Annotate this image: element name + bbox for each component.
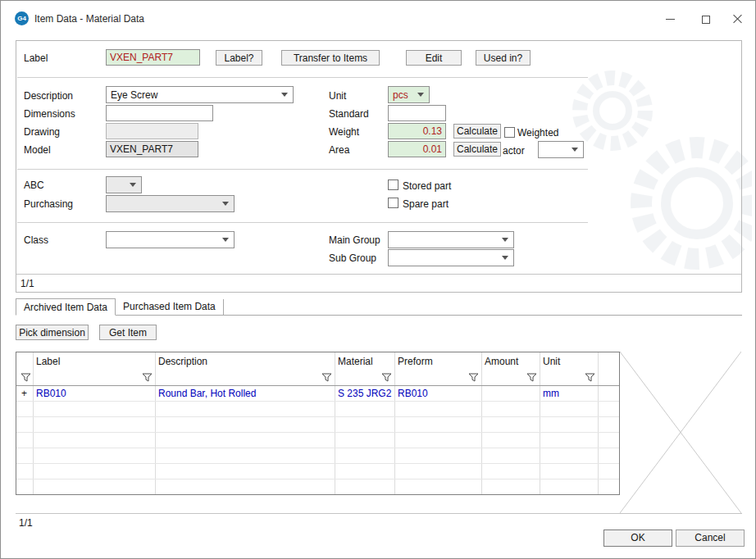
filter-button[interactable]: [20, 372, 31, 384]
class-combobox[interactable]: [106, 231, 235, 248]
upper-pager: 1/1: [20, 278, 34, 289]
titlebar[interactable]: G4 Item Data - Material Data: [1, 1, 755, 35]
label-label: Label: [24, 52, 48, 64]
stored-part-label: Stored part: [403, 180, 451, 192]
lower-pager: 1/1: [19, 517, 33, 529]
column-header-unit[interactable]: Unit: [543, 356, 560, 367]
purchasing-combobox[interactable]: [106, 195, 235, 212]
abc-combobox[interactable]: [106, 176, 142, 193]
filter-icon: [526, 372, 537, 383]
factor-label: actor: [503, 145, 525, 157]
grid-row-line: [16, 479, 619, 479]
grid-row[interactable]: + RB010 Round Bar, Hot Rolled S 235 JRG2…: [16, 386, 619, 401]
column-header-amount[interactable]: Amount: [485, 356, 518, 367]
cancel-button[interactable]: Cancel: [676, 529, 745, 547]
weight-input[interactable]: [388, 123, 446, 139]
filter-icon: [468, 372, 479, 383]
minimize-button[interactable]: [657, 11, 683, 27]
divider: [17, 222, 588, 223]
filter-icon: [321, 372, 332, 383]
close-button[interactable]: [724, 11, 750, 27]
tab-purchased-item-data[interactable]: Purchased Item Data: [116, 299, 224, 315]
description-combobox[interactable]: Eye Screw: [106, 86, 294, 103]
filter-button[interactable]: [526, 372, 537, 384]
spare-part-label: Spare part: [403, 198, 449, 210]
chevron-down-icon: [281, 93, 288, 97]
transfer-to-items-button[interactable]: Transfer to Items: [281, 50, 380, 66]
items-grid[interactable]: Label Description Material Preform Amoun…: [16, 352, 620, 495]
item-data-window: G4 Item Data - Material Data Label Label…: [0, 0, 756, 559]
close-icon: [732, 13, 742, 25]
grid-row-line: [16, 463, 619, 464]
calculate-area-button[interactable]: Calculate: [453, 142, 501, 157]
stored-part-checkbox[interactable]: [388, 180, 398, 190]
label-input[interactable]: [106, 49, 200, 66]
used-in-button[interactable]: Used in?: [476, 50, 531, 66]
factor-combobox[interactable]: [538, 141, 584, 158]
standard-label: Standard: [329, 108, 369, 120]
abc-label: ABC: [24, 180, 44, 191]
chevron-down-icon: [222, 202, 229, 206]
divider: [16, 513, 742, 514]
filter-button[interactable]: [584, 372, 595, 384]
dimensions-input[interactable]: [106, 105, 213, 121]
cell-unit: mm: [543, 388, 559, 399]
minimize-icon: [666, 19, 675, 20]
main-group-label: Main Group: [329, 234, 380, 246]
divider: [17, 169, 588, 170]
calculate-weight-button[interactable]: Calculate: [453, 124, 501, 139]
chevron-down-icon: [502, 238, 508, 242]
filter-icon: [585, 372, 595, 383]
grid-row-line: [16, 448, 619, 448]
grid-vline: [155, 352, 156, 494]
drawing-input[interactable]: [106, 123, 198, 139]
chevron-down-icon: [417, 93, 424, 97]
maximize-button[interactable]: [693, 11, 719, 27]
sub-group-label: Sub Group: [329, 252, 376, 264]
tab-strip: Archived Item Data Purchased Item Data: [16, 298, 742, 316]
item-data-groupbox: [16, 40, 742, 293]
column-header-preform[interactable]: Preform: [398, 356, 433, 367]
maximize-icon: [702, 16, 710, 24]
sub-group-combobox[interactable]: [388, 249, 514, 266]
edit-button[interactable]: Edit: [406, 50, 462, 66]
grid-vline: [540, 352, 540, 494]
column-header-description[interactable]: Description: [158, 356, 207, 367]
main-group-combobox[interactable]: [388, 231, 514, 248]
cell-description: Round Bar, Hot Rolled: [158, 388, 256, 399]
grid-row-line: [16, 432, 619, 433]
cell-material: S 235 JRG2: [338, 388, 391, 399]
cell-label: RB010: [36, 388, 66, 399]
ok-button[interactable]: OK: [603, 529, 672, 547]
class-label: Class: [24, 234, 48, 246]
weighted-checkbox-label: Weighted: [517, 127, 558, 139]
drawing-label: Drawing: [24, 126, 60, 138]
chevron-down-icon: [502, 256, 508, 260]
purchasing-label: Purchasing: [24, 198, 73, 210]
filter-button[interactable]: [321, 372, 332, 384]
spare-part-checkbox[interactable]: [388, 198, 398, 208]
chevron-down-icon: [130, 183, 136, 187]
column-header-label[interactable]: Label: [36, 356, 60, 367]
unit-value: pcs: [393, 89, 414, 101]
empty-pane: [620, 352, 741, 513]
tab-archived-item-data[interactable]: Archived Item Data: [16, 298, 116, 316]
model-input[interactable]: [106, 141, 198, 157]
standard-input[interactable]: [388, 105, 446, 121]
column-header-material[interactable]: Material: [338, 356, 373, 367]
filter-button[interactable]: [141, 372, 153, 384]
weight-label: Weight: [329, 126, 359, 138]
filter-icon: [142, 372, 153, 383]
get-item-button[interactable]: Get Item: [99, 325, 157, 340]
model-label: Model: [24, 144, 51, 156]
label-question-button[interactable]: Label?: [216, 50, 262, 66]
weighted-checkbox[interactable]: [504, 127, 515, 138]
filter-button[interactable]: [380, 372, 392, 384]
grid-vline: [394, 352, 395, 494]
cell-preform: RB010: [398, 388, 428, 399]
filter-button[interactable]: [467, 372, 479, 384]
unit-combobox[interactable]: pcs: [388, 86, 430, 103]
area-input[interactable]: [388, 141, 446, 157]
pick-dimension-button[interactable]: Pick dimension: [16, 325, 89, 340]
row-expand-toggle[interactable]: +: [21, 388, 27, 399]
